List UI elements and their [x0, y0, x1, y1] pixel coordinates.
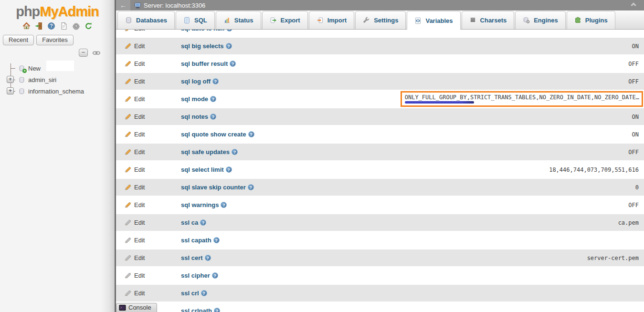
edit-button[interactable]: Edit — [116, 254, 181, 261]
refresh-button[interactable] — [84, 21, 93, 31]
help-icon[interactable]: ? — [226, 166, 232, 173]
edit-button[interactable]: Edit — [116, 42, 181, 50]
tab-settings[interactable]: Settings — [355, 11, 406, 29]
help-icon[interactable]: ? — [248, 184, 254, 190]
help-icon[interactable]: ? — [213, 237, 220, 243]
edit-label: Edit — [134, 131, 145, 138]
tab-databases[interactable]: Databases — [117, 11, 175, 29]
tree-db-icon — [18, 88, 25, 95]
tab-status[interactable]: Status — [216, 11, 261, 29]
variable-name-link[interactable]: ssl ca? — [181, 219, 206, 226]
variable-name-link[interactable]: sql notes? — [181, 113, 216, 120]
variable-name-link[interactable]: sql warnings? — [181, 201, 227, 208]
tab-plugins[interactable]: Plugins — [567, 11, 615, 29]
table-row: Editssl ca?ca.pem — [116, 214, 644, 231]
edit-button[interactable]: Edit — [116, 60, 181, 67]
help-icon[interactable]: ? — [201, 290, 207, 296]
help-icon[interactable]: ? — [230, 61, 236, 67]
home-button[interactable] — [22, 21, 31, 31]
tab-label: Export — [281, 17, 300, 24]
edit-button[interactable]: Edit — [116, 95, 181, 103]
svg-text:?: ? — [50, 23, 53, 29]
edit-button[interactable]: Edit — [116, 290, 181, 297]
tab-variables[interactable]: Variables — [407, 11, 460, 30]
variable-name-link[interactable]: ssl cipher? — [181, 272, 218, 279]
server-breadcrumb[interactable]: Server: localhost:3306 — [144, 2, 205, 9]
tab-engines[interactable]: Engines — [515, 11, 566, 29]
variable-name: sql warnings — [181, 201, 219, 208]
pencil-icon — [124, 60, 131, 67]
variable-name-link[interactable]: sql select limit? — [181, 166, 232, 173]
variable-name-link[interactable]: sql buffer result? — [181, 60, 236, 67]
edit-button[interactable]: Edit — [116, 131, 181, 138]
variable-name: ssl cert — [181, 254, 203, 261]
help-icon[interactable]: ? — [200, 219, 206, 226]
variable-name-link[interactable]: ssl crlpath? — [181, 307, 220, 312]
variable-name-link[interactable]: sql auto is null? — [181, 30, 232, 32]
edit-button[interactable]: Edit — [116, 201, 181, 208]
pencil-icon — [124, 95, 131, 103]
expand-icon[interactable]: + — [7, 87, 14, 94]
tab-import[interactable]: Import — [309, 11, 354, 29]
help-icon[interactable]: ? — [232, 149, 238, 155]
edit-button[interactable]: Edit — [116, 166, 181, 173]
docs-button[interactable] — [59, 21, 68, 31]
pencil-icon — [124, 131, 131, 138]
edit-label: Edit — [134, 148, 145, 156]
edit-button[interactable]: Edit — [116, 78, 181, 85]
variables-icon — [414, 17, 422, 24]
variable-name: sql big selects — [181, 42, 224, 50]
variable-name-link[interactable]: sql slave skip counter? — [181, 184, 254, 191]
variable-name-link[interactable]: sql quote show create? — [181, 131, 254, 138]
collapse-all-button[interactable]: − — [79, 49, 88, 57]
variables-table: Editsql auto is null?Editsql big selects… — [116, 30, 644, 312]
help-icon[interactable]: ? — [210, 96, 216, 102]
recent-button[interactable]: Recent — [3, 35, 34, 45]
help-icon[interactable]: ? — [226, 30, 232, 31]
logout-button[interactable] — [34, 21, 43, 31]
tab-export[interactable]: Export — [262, 11, 308, 29]
edit-button[interactable]: Edit — [116, 30, 181, 32]
expand-icon[interactable]: + — [7, 76, 14, 83]
edit-button[interactable]: Edit — [116, 113, 181, 120]
edit-button[interactable]: Edit — [116, 237, 181, 244]
table-row: Editsql log off?OFF — [116, 73, 644, 90]
help-icon[interactable]: ? — [205, 255, 211, 261]
pencil-icon — [124, 148, 131, 156]
variable-name-link[interactable]: ssl cert? — [181, 254, 211, 261]
pencil-icon — [124, 201, 131, 208]
tree-item-admin-siri[interactable]: +admin_siri — [0, 74, 115, 85]
tree-item-information-schema[interactable]: +information_schema — [0, 85, 115, 97]
edit-button[interactable]: Edit — [116, 219, 181, 226]
tree-tools: − — [0, 49, 101, 57]
edit-button[interactable]: Edit — [116, 148, 181, 156]
help-icon[interactable]: ? — [226, 43, 232, 49]
help-button[interactable]: ? — [47, 21, 56, 31]
help-icon[interactable]: ? — [248, 131, 254, 137]
variable-name-link[interactable]: ssl capath? — [181, 237, 220, 244]
edit-button[interactable]: Edit — [116, 184, 181, 191]
help-icon[interactable]: ? — [221, 202, 227, 208]
help-icon[interactable]: ? — [212, 272, 218, 279]
tab-sql[interactable]: SQL — [176, 11, 215, 29]
console-button[interactable]: Console — [116, 303, 157, 312]
help-icon[interactable]: ? — [214, 308, 220, 312]
tab-charsets[interactable]: Charsets — [462, 11, 515, 29]
variable-name-link[interactable]: sql big selects? — [181, 42, 232, 50]
scroll-top-icon[interactable] — [631, 3, 638, 7]
help-icon[interactable]: ? — [210, 114, 216, 120]
sidebar-toggle-button[interactable]: ← — [116, 0, 130, 10]
variable-name-link[interactable]: sql mode? — [181, 95, 216, 103]
variable-value: OFF — [628, 61, 639, 67]
variable-value: 0 — [635, 184, 639, 191]
help-icon[interactable]: ? — [212, 78, 219, 84]
variable-name-link[interactable]: ssl crl? — [181, 290, 207, 297]
variable-name-link[interactable]: sql safe updates? — [181, 148, 238, 156]
variable-name-link[interactable]: sql log off? — [181, 78, 219, 85]
favorites-button[interactable]: Favorites — [36, 35, 73, 45]
edit-button[interactable]: Edit — [116, 272, 181, 279]
link-icon[interactable] — [92, 50, 101, 56]
variable-value: OFF — [628, 202, 639, 208]
phpmyadmin-logo[interactable]: phpMyAdmin — [0, 0, 115, 20]
gear-button[interactable] — [72, 21, 81, 31]
